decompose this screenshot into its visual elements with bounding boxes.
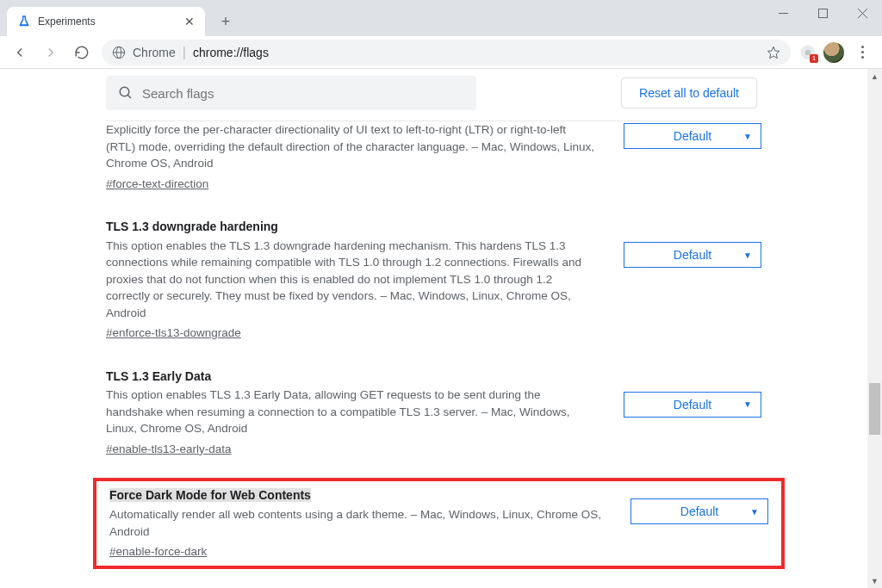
svg-marker-7 — [767, 46, 779, 58]
flag-title: TLS 1.3 Early Data — [106, 368, 596, 385]
toolbar: Chrome | chrome://flags 1 — [0, 36, 882, 69]
flags-topbar: Reset all to default — [106, 69, 757, 117]
svg-line-11 — [127, 95, 131, 98]
tab-title: Experiments — [38, 15, 177, 28]
menu-button[interactable] — [848, 40, 877, 65]
chevron-down-icon: ▼ — [743, 251, 752, 260]
omnibox-separator: | — [183, 45, 186, 60]
omnibox-url: chrome://flags — [193, 46, 760, 59]
flag-dropdown[interactable]: Default ▼ — [624, 123, 761, 149]
flag-anchor[interactable]: #enable-force-dark — [109, 545, 207, 558]
omnibox-label: Chrome — [133, 46, 176, 59]
reload-button[interactable] — [67, 40, 96, 65]
flask-icon — [17, 15, 31, 28]
page-content: Reset all to default Explicitly force th… — [0, 69, 867, 588]
search-icon — [118, 85, 134, 101]
profile-avatar[interactable] — [822, 40, 846, 65]
flag-value: Default — [674, 129, 711, 143]
flag-item: TLS 1.3 Early Data This option enables T… — [106, 362, 761, 479]
search-box[interactable] — [106, 76, 476, 110]
titlebar: Experiments ✕ + — [0, 0, 882, 36]
forward-button[interactable] — [36, 40, 65, 65]
window-controls — [763, 0, 882, 26]
scrollbar[interactable]: ▲ ▼ — [867, 69, 882, 588]
flag-item: TLS 1.3 downgrade hardening This option … — [106, 213, 761, 362]
browser-tab[interactable]: Experiments ✕ — [7, 7, 205, 36]
flag-anchor[interactable]: #enable-tls13-early-data — [106, 443, 232, 455]
reset-all-button[interactable]: Reset all to default — [621, 77, 757, 108]
flag-anchor[interactable]: #enforce-tls13-downgrade — [106, 326, 241, 339]
omnibox[interactable]: Chrome | chrome://flags — [102, 40, 791, 65]
flag-value: Default — [674, 398, 711, 412]
extension-icon[interactable]: 1 — [796, 40, 820, 65]
maximize-icon[interactable] — [803, 0, 842, 26]
svg-point-10 — [120, 87, 129, 96]
chevron-down-icon: ▼ — [750, 507, 759, 517]
flag-dropdown[interactable]: Default ▼ — [624, 242, 761, 268]
flag-item: Explicitly force the per-character direc… — [106, 121, 761, 213]
scroll-down-icon[interactable]: ▼ — [867, 573, 882, 588]
flag-item: Force Dark Mode for Web Contents Automat… — [109, 486, 768, 560]
chevron-down-icon: ▼ — [743, 399, 752, 409]
flag-description: This option enables TLS 1.3 Early Data, … — [106, 387, 596, 437]
scrollbar-thumb[interactable] — [869, 383, 880, 435]
bookmark-icon[interactable] — [767, 46, 780, 59]
flag-anchor[interactable]: #force-text-direction — [106, 177, 208, 190]
search-input[interactable] — [142, 86, 464, 101]
minimize-icon[interactable] — [763, 0, 803, 26]
flag-value: Default — [674, 248, 711, 262]
site-info-icon[interactable] — [112, 46, 126, 59]
flag-description: Automatically render all web contents us… — [109, 506, 603, 540]
flag-description: This option enables the TLS 1.3 downgrad… — [106, 238, 596, 322]
flag-title: TLS 1.3 downgrade hardening — [106, 218, 596, 235]
extension-badge: 1 — [810, 54, 818, 63]
flag-dropdown[interactable]: Default ▼ — [630, 498, 768, 524]
close-window-icon[interactable] — [842, 0, 882, 26]
flag-description: Explicitly force the per-character direc… — [106, 121, 596, 172]
scroll-up-icon[interactable]: ▲ — [867, 69, 882, 84]
flag-dropdown[interactable]: Default ▼ — [624, 392, 761, 418]
flag-value: Default — [680, 504, 718, 518]
close-icon[interactable]: ✕ — [184, 15, 195, 28]
back-button[interactable] — [5, 40, 34, 65]
flags-list: Explicitly force the per-character direc… — [106, 121, 761, 478]
flag-title: Force Dark Mode for Web Contents — [109, 488, 311, 502]
svg-rect-1 — [818, 9, 827, 17]
highlighted-flag: Force Dark Mode for Web Contents Automat… — [93, 478, 785, 568]
chevron-down-icon: ▼ — [743, 132, 752, 141]
new-tab-button[interactable]: + — [214, 9, 238, 34]
